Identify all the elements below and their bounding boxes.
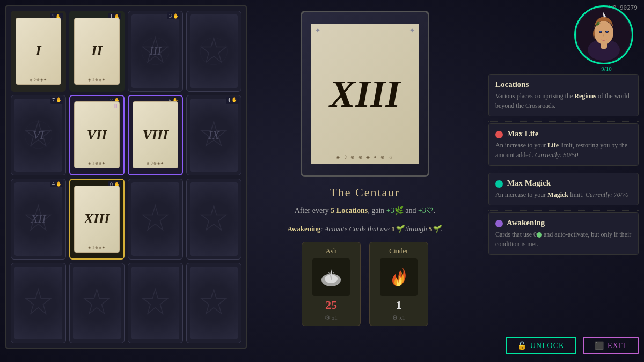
ash-footer: ⚙ x1 bbox=[325, 314, 338, 321]
card-title: The Centaur bbox=[330, 186, 400, 200]
info-section-max-magick: Max Magick An increase to your Magick li… bbox=[488, 173, 639, 205]
magick-icon bbox=[495, 180, 503, 188]
cinder-label: Cinder bbox=[389, 247, 408, 255]
card-number-9: XII bbox=[31, 212, 46, 226]
star-pattern-14 bbox=[70, 263, 124, 343]
character-portrait-svg bbox=[576, 7, 632, 63]
card-roman-6: VII bbox=[87, 127, 107, 143]
unlock-icon: 🔓 bbox=[517, 341, 527, 350]
card-roman-1: I bbox=[35, 43, 41, 59]
unlock-button[interactable]: 🔓 UNLOCK bbox=[506, 337, 576, 354]
star-pattern-11 bbox=[128, 179, 182, 259]
middle-panel: ✦ ✦ XIII ◈ ☽ ⊕ ⊕ ◈ ✦ ⊕ ☼ The Centaur Aft… bbox=[252, 5, 478, 349]
ash-label: Ash bbox=[326, 247, 337, 255]
card-slot-13[interactable] bbox=[11, 263, 66, 344]
card-slot-15[interactable] bbox=[128, 263, 183, 344]
info-section-max-life: Max Life An increase to your Life limit,… bbox=[488, 123, 639, 166]
awakening-title: Awakening bbox=[495, 218, 632, 227]
awakening-section: Awakening: Activate Cards that use 1🌱 th… bbox=[276, 225, 453, 233]
portrait bbox=[574, 5, 633, 64]
portrait-area: 9/10 bbox=[488, 5, 639, 70]
card-slot-5[interactable]: 7✋ VI bbox=[11, 95, 66, 176]
svg-marker-8 bbox=[143, 205, 167, 230]
card-face-6: VII |||| ◈☽⊕◈✦ bbox=[74, 101, 119, 168]
right-panel: 9/10 Locations Various places comprising… bbox=[488, 5, 639, 349]
exit-button[interactable]: ⬛ EXIT bbox=[583, 337, 639, 354]
portrait-wrapper: 9/10 bbox=[574, 5, 639, 70]
awakening-desc: Cards that use 0 and auto-activate, but … bbox=[495, 230, 632, 249]
card-roman-2: II bbox=[91, 43, 102, 59]
star-pattern-4 bbox=[187, 11, 241, 91]
large-card-inner: ✦ ✦ XIII ◈ ☽ ⊕ ⊕ ◈ ✦ ⊕ ☼ bbox=[311, 24, 419, 164]
card-slot-1[interactable]: 1✋ I ◈☽⊕◈✦ bbox=[11, 11, 66, 92]
card-number-8: IX bbox=[208, 128, 219, 142]
hp-text: 9/10 bbox=[601, 65, 612, 72]
bottom-buttons: 🔓 UNLOCK ⬛ EXIT bbox=[506, 337, 639, 354]
cinder-icon-area bbox=[380, 258, 418, 296]
card-face-2: II ◈☽⊕◈✦ bbox=[74, 18, 119, 85]
cinder-icon bbox=[385, 264, 412, 291]
star-pattern-16 bbox=[187, 263, 241, 343]
card-description: After every 5 Locations, gain +3🌿 and +3… bbox=[284, 205, 447, 216]
card-roman-10: XIII bbox=[84, 211, 110, 227]
resource-card-ash: Ash 25 ⚙ x1 bbox=[302, 242, 361, 326]
svg-point-23 bbox=[606, 31, 608, 33]
card-slot-4[interactable] bbox=[186, 11, 241, 92]
awakening-icon bbox=[495, 220, 503, 227]
card-face-10: XIII ◈☽⊕◈✦ bbox=[74, 186, 119, 253]
card-slot-3[interactable]: 3✋ III bbox=[128, 11, 183, 92]
card-slot-16[interactable] bbox=[186, 263, 241, 344]
cinder-footer: ⚙ x1 bbox=[392, 314, 405, 321]
card-grid-panel: 1✋ I ◈☽⊕◈✦ 1✋ II ◈☽⊕◈✦ 3✋ III bbox=[5, 5, 247, 349]
max-life-text: An increase to your Life limit, restorin… bbox=[495, 141, 632, 160]
cinder-count: 1 bbox=[396, 298, 402, 312]
large-card-bottom-text: ◈ ☽ ⊕ ⊕ ◈ ✦ ⊕ ☼ bbox=[311, 154, 419, 160]
svg-point-22 bbox=[599, 31, 602, 33]
large-card-display: ✦ ✦ XIII ◈ ☽ ⊕ ⊕ ◈ ✦ ⊕ ☼ bbox=[301, 11, 429, 177]
max-magick-text: An increase to your Magick limit. Curren… bbox=[495, 190, 632, 200]
card-face-1: I ◈☽⊕◈✦ bbox=[16, 18, 61, 85]
svg-marker-2 bbox=[201, 38, 226, 62]
max-magick-title: Max Magick bbox=[495, 179, 632, 188]
card-number-3: III bbox=[150, 44, 162, 58]
exit-icon: ⬛ bbox=[595, 341, 604, 350]
ash-icon-area bbox=[312, 258, 350, 296]
info-section-awakening: Awakening Cards that use 0 and auto-acti… bbox=[488, 212, 639, 255]
locations-text: Various places comprising the Regions of… bbox=[495, 91, 632, 110]
locations-title: Locations bbox=[495, 80, 632, 89]
star-pattern-13 bbox=[11, 263, 65, 343]
svg-point-3 bbox=[200, 38, 227, 64]
info-section-locations: Locations Various places comprising the … bbox=[488, 74, 639, 116]
card-roman-7: VIII bbox=[143, 127, 169, 143]
life-icon bbox=[495, 131, 503, 138]
card-slot-11[interactable] bbox=[128, 179, 183, 260]
awakening-text: Awakening: Activate Cards that use 1🌱 th… bbox=[287, 225, 442, 233]
svg-marker-11 bbox=[84, 290, 109, 314]
ash-count: 25 bbox=[325, 298, 337, 312]
card-face-7: VIII ◈☽⊕◈✦ bbox=[133, 101, 178, 168]
svg-marker-12 bbox=[143, 290, 167, 314]
star-pattern-12 bbox=[187, 179, 241, 259]
svg-marker-9 bbox=[201, 205, 226, 230]
large-card-roman: XIII bbox=[330, 75, 400, 113]
card-slot-2[interactable]: 1✋ II ◈☽⊕◈✦ bbox=[69, 11, 125, 92]
star-pattern-15 bbox=[128, 263, 182, 343]
card-slot-8[interactable]: 4✋ IX bbox=[186, 95, 241, 176]
card-slot-14[interactable] bbox=[69, 263, 125, 344]
card-slot-12[interactable] bbox=[186, 179, 241, 260]
card-slot-9[interactable]: 4✋ XII bbox=[11, 179, 66, 260]
card-slot-10[interactable]: 0✋ XIII ◈☽⊕◈✦ bbox=[69, 179, 125, 260]
resource-card-cinder: Cinder 1 ⚙ x1 bbox=[369, 242, 428, 326]
card-slot-7[interactable]: 5✋ VIII ◈☽⊕◈✦ bbox=[128, 95, 183, 176]
card-slot-6[interactable]: 2✋ VII |||| ◈☽⊕◈✦ bbox=[69, 95, 125, 176]
card-number-5: VI bbox=[33, 128, 44, 142]
max-life-title: Max Life bbox=[495, 129, 632, 138]
svg-marker-13 bbox=[201, 290, 226, 314]
resource-row: Ash 25 ⚙ x1 Cinder bbox=[302, 242, 428, 326]
svg-marker-10 bbox=[26, 290, 50, 314]
ash-icon bbox=[318, 264, 345, 291]
